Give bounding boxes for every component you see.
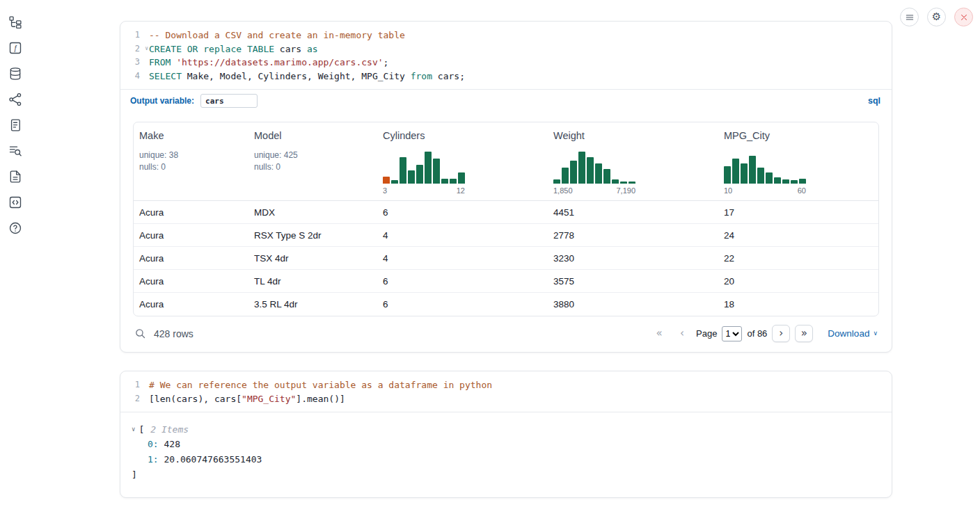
python-cell-output: ∨ [ 2 Items 0: 4281: 20.060747663551403 … (120, 412, 892, 497)
histogram-bar[interactable] (741, 163, 748, 184)
table-row[interactable]: AcuraMDX6445117 (134, 201, 878, 224)
page-select[interactable]: 1 (722, 326, 742, 341)
table-cell: TSX 4dr (248, 253, 377, 264)
histogram-axis: 1,850 7,190 (553, 186, 635, 195)
settings-icon[interactable]: ⚙ (927, 8, 946, 26)
histogram-bar[interactable] (391, 180, 398, 184)
page-total: of 86 (747, 328, 767, 339)
histogram-bar[interactable] (416, 165, 423, 184)
histogram-bar[interactable] (782, 179, 789, 184)
table-footer: 428 rows « ‹ Page 1 of 86 › » Download ∨ (120, 316, 892, 352)
result-entry: 0: 428 (132, 437, 880, 452)
line-number: 1 (126, 378, 140, 392)
histogram-bar[interactable] (458, 172, 465, 184)
file-explorer-icon[interactable] (7, 14, 24, 31)
histogram-bar[interactable] (400, 157, 406, 184)
table-cell: 17 (718, 207, 878, 218)
mpg-city-histogram (724, 152, 806, 184)
first-page-button[interactable]: « (650, 325, 668, 342)
histogram-bar[interactable] (595, 163, 602, 184)
line-number: 2∨ (126, 42, 140, 56)
help-icon[interactable] (7, 220, 24, 236)
next-page-button[interactable]: › (772, 325, 790, 342)
line-number: 3 (126, 56, 140, 70)
table-row[interactable]: AcuraTSX 4dr4323022 (134, 247, 878, 270)
table-cell: 2778 (548, 230, 718, 241)
fold-chevron-icon[interactable]: ∨ (145, 46, 148, 51)
histogram-bar[interactable] (799, 179, 806, 184)
histogram-bar[interactable] (612, 179, 619, 184)
table-cell: 4 (377, 253, 548, 264)
results-table: Make unique: 38 nulls: 0 Model unique: 4… (133, 122, 879, 316)
table-cell: Acura (134, 253, 248, 264)
table-cell: 4451 (548, 207, 718, 218)
output-variable-bar: Output variable: sql (120, 89, 892, 112)
download-button[interactable]: Download ∨ (828, 328, 878, 339)
sql-code-editor[interactable]: 1-- Download a CSV and create an in-memo… (120, 22, 892, 89)
histogram-bar[interactable] (724, 166, 731, 184)
histogram-bar[interactable] (629, 182, 635, 184)
histogram-bar[interactable] (570, 161, 577, 184)
table-cell: 6 (377, 207, 548, 218)
cell-language-badge[interactable]: sql (868, 96, 880, 106)
notebook-main: 1-- Download a CSV and create an in-memo… (120, 21, 892, 498)
table-cell: Acura (134, 230, 248, 241)
column-header-mpg-city[interactable]: MPG_City 10 60 (718, 122, 878, 200)
last-page-button[interactable]: » (795, 325, 813, 342)
data-sources-icon[interactable] (7, 65, 24, 82)
histogram-bar[interactable] (620, 182, 627, 184)
column-header-cylinders[interactable]: Cylinders 3 12 (377, 122, 548, 200)
table-cell: 3575 (548, 276, 718, 287)
items-count: 2 Items (150, 422, 189, 437)
histogram-bar[interactable] (578, 152, 585, 184)
column-stats: unique: 425 nulls: 0 (254, 150, 298, 173)
table-row[interactable]: Acura3.5 RL 4dr6388018 (134, 293, 878, 316)
dependencies-icon[interactable] (7, 91, 24, 108)
output-variable-input[interactable] (200, 94, 258, 108)
menu-icon[interactable] (900, 8, 919, 26)
table-header: Make unique: 38 nulls: 0 Model unique: 4… (134, 122, 878, 201)
histogram-bar[interactable] (757, 168, 764, 184)
histogram-bar[interactable] (408, 170, 415, 184)
histogram-bar[interactable] (562, 168, 569, 184)
page-label: Page (696, 328, 717, 339)
result-entries: 0: 4281: 20.060747663551403 (132, 437, 880, 467)
table-cell: 3230 (548, 253, 718, 264)
histogram-bar[interactable] (383, 177, 390, 184)
histogram-bar[interactable] (433, 159, 440, 184)
logs-icon[interactable] (7, 143, 24, 159)
histogram-bar[interactable] (732, 159, 739, 184)
column-header-make[interactable]: Make unique: 38 nulls: 0 (134, 122, 248, 200)
histogram-bar[interactable] (749, 156, 756, 184)
chevron-down-icon: ∨ (873, 330, 878, 337)
table-row[interactable]: AcuraRSX Type S 2dr4277824 (134, 224, 878, 247)
snippets-icon[interactable] (7, 194, 24, 211)
shutdown-icon[interactable] (954, 8, 973, 26)
outline-icon[interactable] (7, 117, 24, 134)
table-cell: 18 (718, 299, 878, 309)
histogram-bar[interactable] (450, 179, 457, 184)
line-number: 1 (126, 29, 140, 42)
code-line: 1# We can reference the output variable … (126, 378, 880, 392)
collapse-chevron-icon[interactable]: ∨ (132, 422, 135, 437)
previous-page-button[interactable]: ‹ (673, 325, 691, 342)
column-header-weight[interactable]: Weight 1,850 7,190 (548, 122, 718, 200)
table-cell: 3.5 RL 4dr (248, 299, 377, 309)
histogram-bar[interactable] (553, 179, 560, 184)
histogram-bar[interactable] (441, 179, 448, 184)
histogram-bar[interactable] (774, 177, 781, 184)
histogram-bar[interactable] (766, 172, 773, 184)
table-row[interactable]: AcuraTL 4dr6357520 (134, 270, 878, 293)
histogram-bar[interactable] (791, 180, 798, 184)
histogram-bar[interactable] (425, 152, 432, 184)
histogram-bar[interactable] (587, 157, 594, 184)
table-cell: 6 (377, 276, 548, 287)
variables-icon[interactable]: ƒ (7, 40, 24, 56)
table-cell: 6 (377, 299, 548, 309)
column-header-model[interactable]: Model unique: 425 nulls: 0 (248, 122, 377, 200)
python-code-editor[interactable]: 1# We can reference the output variable … (120, 371, 892, 412)
histogram-bar[interactable] (603, 169, 610, 184)
search-icon[interactable] (134, 328, 146, 339)
table-cell: MDX (248, 207, 377, 218)
documentation-icon[interactable] (7, 168, 24, 185)
